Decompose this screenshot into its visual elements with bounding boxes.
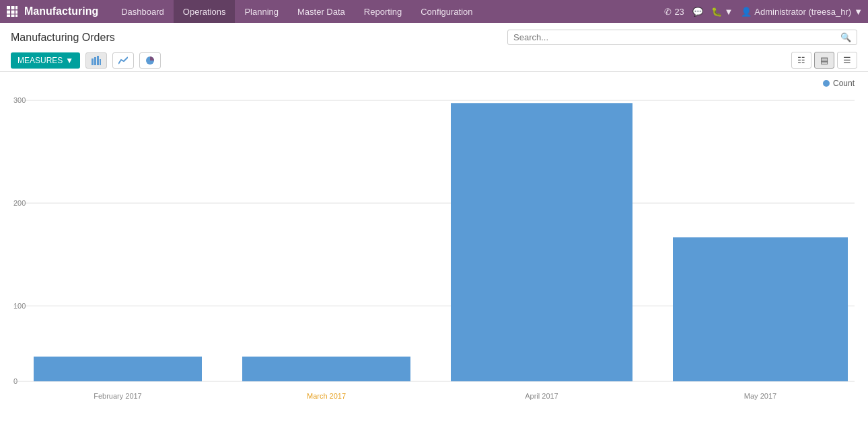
toolbar-right: ☷ ▤ ☰: [791, 52, 857, 69]
svg-rect-5: [15, 11, 17, 14]
svg-rect-4: [11, 11, 15, 14]
svg-text:May 2017: May 2017: [744, 392, 776, 400]
chart-svg: 300 200 100 0 February 2017 March 2017 A…: [13, 93, 855, 409]
svg-rect-3: [7, 11, 10, 14]
nav-reporting[interactable]: Reporting: [355, 0, 411, 23]
apps-icon[interactable]: [5, 5, 19, 18]
svg-text:February 2017: February 2017: [94, 392, 141, 400]
measures-label: MEASURES: [17, 56, 63, 65]
grid-view-btn[interactable]: ☷: [791, 52, 811, 69]
bar-apr-2017: [451, 103, 632, 381]
user-menu[interactable]: 👤 Administrator (treesa_hr) ▼: [741, 7, 863, 17]
bar-chart-type-btn[interactable]: [85, 52, 107, 69]
app-title: Manufacturing: [24, 5, 98, 17]
nav-operations[interactable]: Operations: [174, 0, 236, 23]
search-input[interactable]: [513, 32, 840, 42]
bar-chart-icon: [92, 56, 101, 65]
search-bar[interactable]: 🔍: [507, 30, 857, 45]
chart-container: 300 200 100 0 February 2017 March 2017 A…: [13, 93, 855, 409]
svg-text:April 2017: April 2017: [525, 392, 558, 400]
list-view-btn[interactable]: ☰: [837, 52, 857, 69]
main-nav: Dashboard Operations Planning Master Dat…: [112, 0, 664, 23]
svg-rect-11: [97, 56, 99, 65]
svg-rect-9: [92, 58, 94, 65]
measures-chevron: ▼: [65, 56, 73, 65]
svg-rect-0: [7, 6, 10, 9]
chart-legend: Count: [13, 79, 855, 88]
username: Administrator (treesa_hr): [754, 7, 851, 17]
search-icon[interactable]: 🔍: [840, 32, 851, 42]
nav-master-data[interactable]: Master Data: [288, 0, 355, 23]
svg-text:200: 200: [13, 199, 26, 207]
line-chart-type-btn[interactable]: [112, 52, 134, 69]
legend-count: Count: [823, 79, 855, 88]
line-chart-icon: [118, 56, 128, 65]
svg-rect-1: [11, 6, 15, 9]
page-title: Manufacturing Orders: [11, 32, 115, 44]
svg-rect-7: [11, 15, 15, 17]
measures-dropdown[interactable]: MEASURES ▼: [11, 52, 80, 69]
notification-count: 23: [674, 7, 684, 17]
legend-label: Count: [833, 79, 855, 88]
topbar-right: ✆ 23 💬 🐛 ▼ 👤 Administrator (treesa_hr) ▼: [664, 7, 863, 17]
svg-text:100: 100: [13, 302, 26, 310]
svg-text:300: 300: [13, 96, 26, 104]
nav-configuration[interactable]: Configuration: [411, 0, 482, 23]
bar-may-2017: [673, 237, 848, 381]
svg-rect-2: [15, 6, 17, 9]
pie-chart-icon: [145, 56, 155, 65]
bug-icon[interactable]: 🐛 ▼: [711, 7, 733, 17]
pie-chart-type-btn[interactable]: [139, 52, 161, 69]
toolbar: MEASURES ▼ ☷ ▤ ☰: [0, 49, 868, 72]
svg-rect-12: [100, 59, 101, 65]
nav-dashboard[interactable]: Dashboard: [112, 0, 174, 23]
bar-feb-2017: [34, 357, 202, 382]
page-header: Manufacturing Orders 🔍: [0, 23, 868, 49]
nav-planning[interactable]: Planning: [235, 0, 288, 23]
svg-rect-10: [94, 57, 96, 65]
chat-icon[interactable]: 💬: [692, 7, 703, 17]
svg-rect-6: [7, 15, 10, 17]
bar-mar-2017: [242, 357, 410, 382]
toolbar-left: MEASURES ▼: [11, 52, 161, 69]
notification-bell[interactable]: ✆ 23: [664, 7, 684, 17]
svg-text:0: 0: [13, 377, 17, 385]
svg-rect-8: [15, 15, 17, 17]
legend-dot: [823, 80, 830, 87]
chart-area: Count 300 200 100 0 February 2017 March …: [0, 72, 868, 434]
chart-view-btn[interactable]: ▤: [814, 52, 834, 69]
svg-text:March 2017: March 2017: [307, 392, 346, 400]
topbar: Manufacturing Dashboard Operations Plann…: [0, 0, 868, 23]
